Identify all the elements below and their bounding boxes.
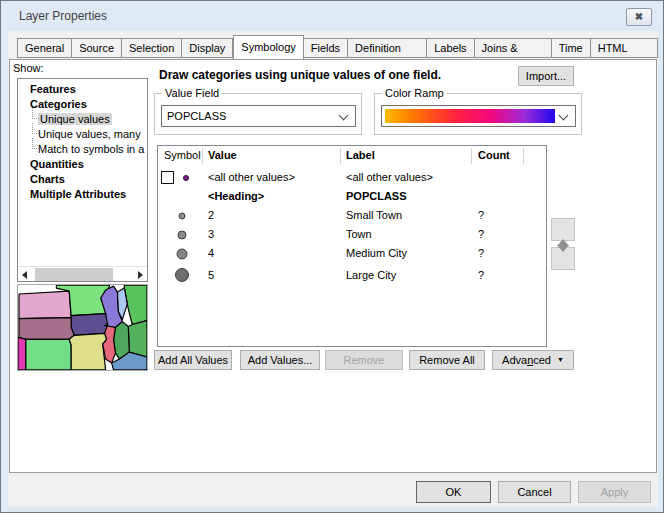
scroll-right-icon[interactable] xyxy=(132,267,147,282)
chevron-down-icon[interactable] xyxy=(559,111,569,121)
advanced-label: Adva xyxy=(502,354,527,366)
tab-general[interactable]: General xyxy=(17,38,72,58)
tab-fields[interactable]: Fields xyxy=(304,38,348,58)
tree-item-quantities[interactable]: Quantities xyxy=(18,157,147,172)
tab-html-popup[interactable]: HTML Popup xyxy=(591,38,658,58)
remove-all-button[interactable]: Remove All xyxy=(409,350,485,370)
move-up-button[interactable] xyxy=(551,218,575,241)
value-cell[interactable]: 4 xyxy=(208,247,214,259)
tree-item-match-symbols[interactable]: Match to symbols in a xyxy=(18,142,147,157)
down-arrow-icon xyxy=(557,252,569,270)
state-south-dakota xyxy=(19,291,71,319)
table-row-heading[interactable]: <Heading> POPCLASS xyxy=(158,187,546,206)
label-cell[interactable]: Large City xyxy=(346,269,396,281)
column-header-value[interactable]: Value xyxy=(208,149,237,161)
up-arrow-icon xyxy=(557,222,569,240)
symbol-cell[interactable] xyxy=(158,206,202,225)
label-cell[interactable]: Town xyxy=(346,228,372,240)
point-symbol-icon[interactable] xyxy=(172,206,192,225)
color-ramp-swatch xyxy=(385,109,555,123)
chevron-down-icon[interactable] xyxy=(339,111,349,121)
tab-labels[interactable]: Labels xyxy=(427,38,474,58)
column-header-count[interactable]: Count xyxy=(478,149,510,161)
state-ohio-edge xyxy=(128,321,147,357)
page-heading: Draw categories using unique values of o… xyxy=(159,68,441,82)
table-row-small-town[interactable]: 2 Small Town ? xyxy=(158,206,546,225)
symbol-cell[interactable] xyxy=(158,168,202,187)
map-preview-svg xyxy=(18,285,147,370)
label-cell[interactable]: Medium City xyxy=(346,247,407,259)
all-other-values-checkbox[interactable] xyxy=(161,171,174,184)
show-tree[interactable]: Features Categories Unique values Unique… xyxy=(17,78,148,282)
tab-definition-query[interactable]: Definition Query xyxy=(348,38,427,58)
symbol-cell[interactable] xyxy=(158,263,202,282)
symbol-cell[interactable] xyxy=(158,244,202,263)
tab-display[interactable]: Display xyxy=(182,38,233,58)
table-row-town[interactable]: 3 Town ? xyxy=(158,225,546,244)
unique-values-table[interactable]: Symbol Value Label Count xyxy=(157,145,547,347)
tree-item-label: Unique values, many xyxy=(38,128,141,140)
state-iowa xyxy=(71,314,107,336)
state-michigan xyxy=(124,285,147,324)
tab-time[interactable]: Time xyxy=(552,38,591,58)
tab-joins-relates[interactable]: Joins & Relates xyxy=(475,38,552,58)
tab-source[interactable]: Source xyxy=(72,38,122,58)
count-cell: ? xyxy=(478,269,484,281)
dropdown-caret-icon: ▼ xyxy=(557,356,564,363)
point-symbol-icon[interactable] xyxy=(180,172,192,184)
column-header-label[interactable]: Label xyxy=(346,149,375,161)
value-field-value: POPCLASS xyxy=(167,110,226,122)
label-cell[interactable]: <all other values> xyxy=(346,171,433,183)
value-field-dropdown[interactable]: POPCLASS xyxy=(161,105,356,127)
label-cell[interactable]: Small Town xyxy=(346,209,402,221)
column-divider xyxy=(340,148,341,164)
ok-button[interactable]: OK xyxy=(416,481,491,503)
cancel-button[interactable]: Cancel xyxy=(498,481,571,503)
move-down-button[interactable] xyxy=(551,247,575,270)
tree-branch-line xyxy=(32,108,41,119)
value-field-group: Value Field POPCLASS xyxy=(154,93,362,135)
close-icon[interactable]: ✖ xyxy=(626,8,652,26)
table-row-medium-city[interactable]: 4 Medium City ? xyxy=(158,244,546,263)
tree-branch-line xyxy=(32,123,41,134)
value-cell[interactable]: <all other values> xyxy=(208,171,295,183)
point-symbol-icon[interactable] xyxy=(172,244,192,263)
table-row-all-other-values[interactable]: <all other values> <all other values> xyxy=(158,168,546,187)
table-row-large-city[interactable]: 5 Large City ? xyxy=(158,263,546,287)
column-header-symbol[interactable]: Symbol xyxy=(164,149,201,161)
state-colorado-edge xyxy=(18,337,26,369)
tab-strip: General Source Selection Display Symbolo… xyxy=(17,33,658,59)
tab-selection[interactable]: Selection xyxy=(122,38,182,58)
symbology-page: Show: Features Categories Unique values … xyxy=(9,59,657,473)
tree-item-multiple-attributes[interactable]: Multiple Attributes xyxy=(18,187,147,202)
value-cell[interactable]: 5 xyxy=(208,269,214,281)
add-values-button[interactable]: Add Values... xyxy=(240,350,320,370)
count-cell: ? xyxy=(478,209,484,221)
add-all-values-button[interactable]: Add All Values xyxy=(154,350,232,370)
import-button[interactable]: Import... xyxy=(518,66,574,86)
show-label: Show: xyxy=(13,62,44,74)
count-cell: ? xyxy=(478,228,484,240)
symbol-cell[interactable] xyxy=(158,225,202,244)
state-missouri xyxy=(69,333,106,369)
horizontal-scrollbar[interactable] xyxy=(18,266,147,281)
state-kansas xyxy=(26,339,71,370)
table-header-row: Symbol Value Label Count xyxy=(158,146,546,166)
title-bar[interactable]: Layer Properties ✖ xyxy=(1,1,663,31)
scroll-left-icon[interactable] xyxy=(18,267,33,282)
value-cell[interactable]: 3 xyxy=(208,228,214,240)
remove-button: Remove xyxy=(325,350,403,370)
tree-item-features[interactable]: Features xyxy=(18,82,147,97)
advanced-dropdown-button[interactable]: Advanced▼ xyxy=(492,350,574,370)
value-cell[interactable]: <Heading> xyxy=(208,190,264,202)
column-divider xyxy=(523,148,524,164)
label-cell[interactable]: POPCLASS xyxy=(346,190,407,202)
value-cell[interactable]: 2 xyxy=(208,209,214,221)
point-symbol-icon[interactable] xyxy=(172,225,192,244)
state-nebraska xyxy=(19,318,74,340)
tab-symbology[interactable]: Symbology xyxy=(233,35,303,59)
tree-item-charts[interactable]: Charts xyxy=(18,172,147,187)
scrollbar-thumb[interactable] xyxy=(35,268,113,281)
point-symbol-icon[interactable] xyxy=(171,263,193,287)
color-ramp-dropdown[interactable] xyxy=(381,105,576,127)
